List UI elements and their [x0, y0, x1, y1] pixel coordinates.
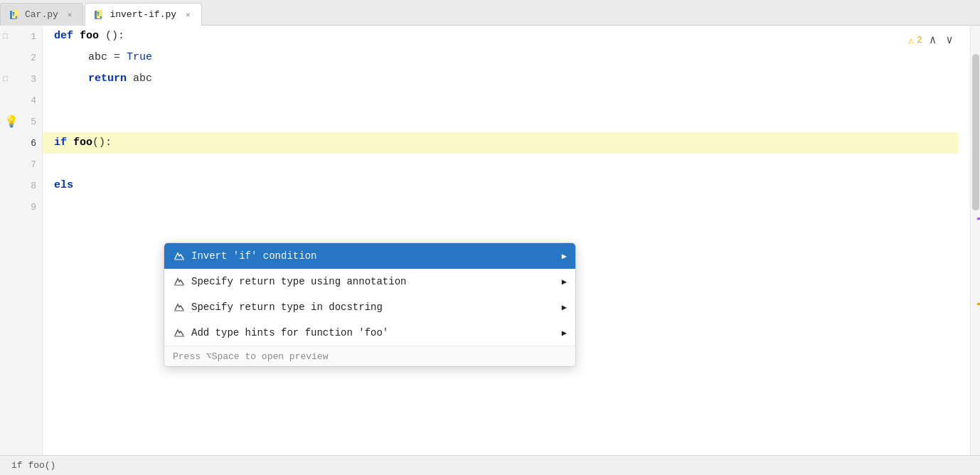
tab-invert-if-py-label: invert-if.py	[110, 9, 176, 20]
gutter-line-4: 4	[0, 90, 42, 111]
line-number-8: 8	[22, 181, 36, 191]
menu-item-invert-if[interactable]: Invert 'if' condition ▶	[164, 243, 575, 269]
keyword-def: def	[54, 26, 73, 47]
menu-item-2-left: Specify return type using annotation	[173, 275, 406, 288]
refactor-icon-2	[173, 275, 186, 288]
python-file-icon-2	[94, 9, 105, 21]
line-number-7: 7	[22, 159, 36, 170]
menu-item-4-label: Add type hints for function 'foo'	[191, 327, 388, 338]
menu-hint: Press ⌥Space to open preview	[164, 346, 575, 366]
menu-item-2-arrow: ▶	[562, 277, 567, 287]
fold-icon-3[interactable]: □	[3, 74, 8, 84]
menu-hint-text: Press ⌥Space to open preview	[173, 351, 328, 362]
line-number-2: 2	[22, 53, 36, 63]
editor-container: □ 1 2 □ 3 4 💡 5 6 7 8	[0, 26, 980, 455]
menu-item-specify-return-annotation[interactable]: Specify return type using annotation ▶	[164, 269, 575, 294]
gutter-line-1: □ 1	[0, 26, 42, 47]
tab-car-py[interactable]: Car.py ✕	[0, 3, 83, 26]
keyword-if: if	[54, 132, 67, 154]
code-line-3: return abc	[54, 68, 970, 90]
code-line-7	[54, 154, 970, 175]
code-line-4	[54, 90, 970, 111]
line-number-4: 4	[22, 95, 36, 106]
menu-item-specify-return-docstring[interactable]: Specify return type in docstring ▶	[164, 294, 575, 320]
tab-invert-if-py[interactable]: invert-if.py ✕	[85, 3, 201, 26]
var-abc-1: abc	[88, 51, 107, 63]
menu-item-4-left: Add type hints for function 'foo'	[173, 326, 388, 339]
lightbulb-icon[interactable]: 💡	[4, 114, 18, 129]
menu-item-4-arrow: ▶	[562, 328, 567, 338]
warning-badge: ⚠ 2	[907, 34, 922, 46]
warning-icon: ⚠	[907, 34, 913, 46]
scrollbar-track[interactable]	[970, 26, 980, 455]
call-foo: foo	[73, 132, 92, 154]
code-parens-1: ():	[99, 26, 124, 47]
gutter-line-3: □ 3	[0, 68, 42, 90]
line-number-6: 6	[22, 138, 36, 149]
svg-point-8	[97, 11, 100, 14]
tab-car-py-label: Car.py	[25, 9, 58, 20]
gutter-line-6: 6	[0, 132, 42, 154]
svg-point-3	[16, 16, 18, 18]
nav-down-arrow[interactable]: ∨	[943, 31, 956, 48]
function-name-foo: foo	[80, 26, 99, 47]
code-line-2: abc = True	[54, 47, 970, 68]
scrollbar-marker-yellow	[977, 303, 980, 305]
keyword-else: els	[54, 175, 73, 196]
code-editor[interactable]: ⚠ 2 ∧ ∨ def foo (): abc = True return ab…	[43, 26, 970, 455]
status-bar: if foo()	[0, 455, 980, 475]
tab-bar: Car.py ✕ invert-if.py ✕	[0, 0, 980, 26]
menu-item-invert-if-arrow: ▶	[562, 251, 567, 262]
menu-item-3-label: Specify return type in docstring	[191, 301, 383, 313]
gutter-line-9: 9	[0, 196, 42, 218]
menu-item-2-label: Specify return type using annotation	[191, 276, 406, 287]
gutter-line-5: 💡 5	[0, 111, 42, 132]
line-number-5: 5	[22, 117, 36, 127]
context-menu: Invert 'if' condition ▶ Specify return t…	[164, 242, 576, 367]
line-number-3: 3	[22, 74, 36, 85]
menu-item-3-left: Specify return type in docstring	[173, 301, 383, 314]
nav-up-arrow[interactable]: ∧	[927, 31, 939, 48]
menu-item-invert-if-left: Invert 'if' condition	[173, 250, 316, 262]
menu-item-invert-if-label: Invert 'if' condition	[191, 250, 316, 262]
refactor-icon-1	[173, 250, 186, 262]
fold-icon-1[interactable]: □	[3, 31, 8, 41]
refactor-icon-4	[173, 326, 186, 339]
scrollbar-marker-purple	[977, 218, 980, 220]
status-text: if foo()	[11, 460, 55, 471]
tab-car-py-close[interactable]: ✕	[65, 9, 75, 20]
menu-item-3-arrow: ▶	[562, 302, 567, 313]
svg-point-2	[13, 11, 15, 14]
scrollbar-thumb[interactable]	[972, 54, 979, 210]
line-number-9: 9	[22, 202, 36, 213]
tab-invert-if-py-close[interactable]: ✕	[183, 9, 193, 20]
svg-point-9	[100, 16, 102, 18]
code-line-1: def foo ():	[54, 26, 970, 47]
gutter: □ 1 2 □ 3 4 💡 5 6 7 8	[0, 26, 43, 455]
code-line-9	[54, 196, 970, 218]
keyword-return: return	[88, 73, 127, 85]
code-line-6: if foo():	[43, 132, 959, 154]
gutter-line-7: 7	[0, 154, 42, 175]
line-number-1: 1	[22, 31, 36, 42]
warning-bar: ⚠ 2 ∧ ∨	[907, 31, 956, 48]
code-line-8: els	[54, 175, 970, 196]
python-file-icon	[9, 9, 21, 21]
refactor-icon-3	[173, 301, 186, 314]
warning-count: 2	[917, 35, 922, 46]
var-abc-2: abc	[133, 73, 152, 85]
keyword-true: True	[127, 51, 152, 63]
gutter-line-2: 2	[0, 47, 42, 68]
gutter-line-8: 8	[0, 175, 42, 196]
code-line-5	[54, 111, 970, 132]
menu-item-add-type-hints[interactable]: Add type hints for function 'foo' ▶	[164, 320, 575, 346]
